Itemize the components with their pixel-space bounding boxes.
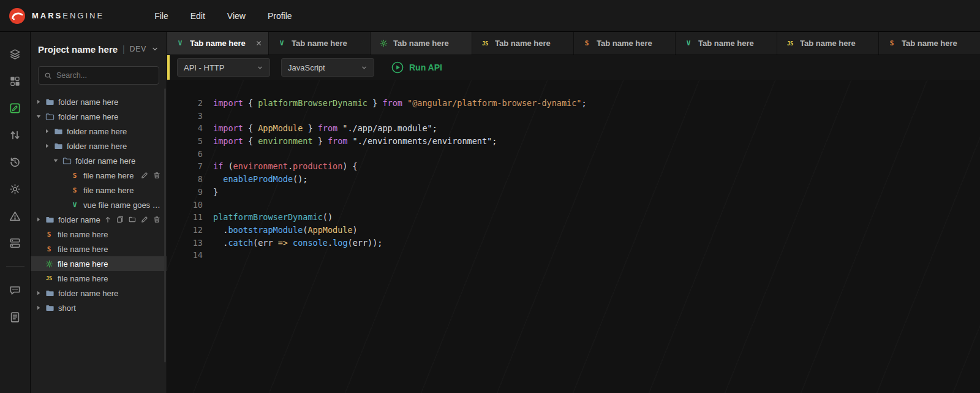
tab-5[interactable]: STab name here <box>574 32 676 55</box>
upload-icon[interactable] <box>104 216 111 223</box>
caret-right-icon[interactable] <box>36 99 42 104</box>
code-token: environment <box>233 161 288 171</box>
environment-badge: DEV <box>130 45 147 53</box>
js-tab-icon: JS <box>480 40 490 47</box>
menu-edit[interactable]: Edit <box>190 11 205 21</box>
history-icon[interactable] <box>0 148 31 175</box>
caret-down-icon[interactable] <box>53 158 59 163</box>
tree-folder-row[interactable]: folder name here <box>31 139 167 153</box>
tree-folder-row[interactable]: short <box>31 300 167 315</box>
line-number: 11 <box>167 211 203 224</box>
code-text <box>203 199 213 212</box>
menu-profile[interactable]: Profile <box>268 11 292 21</box>
code-line: 9} <box>167 186 980 199</box>
tab-6[interactable]: VTab name here <box>676 32 777 55</box>
tab-label: Tab name here <box>393 39 466 48</box>
code-editor-icon[interactable] <box>0 94 31 121</box>
caret-right-icon[interactable] <box>36 291 42 296</box>
menu-file[interactable]: File <box>154 11 168 21</box>
search-input[interactable] <box>56 71 153 80</box>
folder-icon <box>45 215 55 224</box>
tab-7[interactable]: JSTab name here <box>777 32 879 55</box>
new-folder-icon[interactable] <box>129 216 136 223</box>
caret-right-icon[interactable] <box>36 305 42 310</box>
tab-label: Tab name here <box>902 39 974 48</box>
code-token: . <box>213 238 228 248</box>
tree-folder-row[interactable]: folder name here <box>31 124 167 139</box>
code-token: { <box>243 123 258 133</box>
tab-8[interactable]: STab name here <box>879 32 980 55</box>
tab-3[interactable]: Tab name here <box>371 32 472 55</box>
tree-file-row[interactable]: JSfile name here <box>31 271 167 286</box>
delete-icon[interactable] <box>153 172 160 179</box>
brand-name: MARSENGINE <box>32 11 104 20</box>
file-tree: folder name herefolder name herefolder n… <box>31 91 167 315</box>
tree-file-row[interactable]: Sfile name here <box>31 183 167 197</box>
tree-folder-row[interactable]: folder name here <box>31 94 167 109</box>
language-select[interactable]: JavaScript <box>281 58 374 77</box>
code-token: { <box>243 98 258 108</box>
search-box[interactable] <box>38 66 159 85</box>
caret-down-icon[interactable] <box>36 114 42 119</box>
folder-open-icon <box>45 112 55 121</box>
icon-rail <box>0 32 31 393</box>
code-token: from <box>328 136 348 146</box>
line-number: 14 <box>167 249 203 262</box>
tree-folder-row[interactable]: folder name here <box>31 286 167 300</box>
caret-right-icon[interactable] <box>36 217 42 222</box>
file-name: file name here <box>58 274 108 283</box>
play-icon <box>391 61 404 74</box>
file-name: file name here <box>58 230 108 239</box>
tree-file-row[interactable]: file name here <box>31 256 167 271</box>
tree-folder-row[interactable]: folder name here <box>31 153 167 168</box>
tree-file-row[interactable]: Sfile name here <box>31 168 167 183</box>
copy-icon[interactable] <box>116 216 124 223</box>
code-editor[interactable]: 2import { platformBrowserDynamic } from … <box>167 80 980 393</box>
file-name: file name here <box>83 171 134 180</box>
code-token: (err <box>253 238 278 248</box>
code-token: "./environments/environment"; <box>347 136 497 146</box>
menu-view[interactable]: View <box>227 11 246 21</box>
code-token: production <box>293 161 342 171</box>
tab-bar: VTab name hereVTab name hereTab name her… <box>167 32 980 55</box>
settings-icon[interactable] <box>0 175 31 202</box>
delete-icon[interactable] <box>153 216 160 223</box>
chevron-down-icon[interactable] <box>151 45 159 53</box>
line-number: 6 <box>167 148 203 161</box>
tab-label: Tab name here <box>597 39 669 48</box>
code-token: from <box>382 98 402 108</box>
caret-right-icon[interactable] <box>44 143 50 148</box>
alerts-icon[interactable] <box>0 202 31 229</box>
tree-file-row[interactable]: Sfile name here <box>31 227 167 242</box>
vue-file-icon: V <box>70 201 80 209</box>
code-line: 4import { AppModule } from "./app/app.mo… <box>167 122 980 135</box>
layers-icon[interactable] <box>0 40 31 67</box>
chat-icon[interactable] <box>0 277 31 303</box>
caret-right-icon[interactable] <box>44 129 50 134</box>
docs-icon[interactable] <box>0 303 31 330</box>
tab-1[interactable]: VTab name here <box>167 32 269 55</box>
folder-open-icon <box>62 156 72 166</box>
chevron-down-icon <box>257 64 263 71</box>
database-icon[interactable] <box>0 229 31 256</box>
tab-4[interactable]: JSTab name here <box>472 32 574 55</box>
code-line: 3 <box>167 110 980 123</box>
api-type-select[interactable]: API - HTTP <box>177 58 270 77</box>
code-text: import { environment } from "./environme… <box>203 135 497 148</box>
tree-file-row[interactable]: Vvue file name goes here <box>31 197 167 212</box>
tab-2[interactable]: VTab name here <box>269 32 371 55</box>
edit-icon[interactable] <box>141 216 148 223</box>
tree-file-row[interactable]: Sfile name here <box>31 242 167 256</box>
code-line: 7if (environment.production) { <box>167 160 980 173</box>
tab-close-icon[interactable] <box>255 40 262 47</box>
code-token: "@angular/platform-browser-dynamic" <box>407 98 581 108</box>
run-api-button[interactable]: Run API <box>391 61 442 74</box>
edit-icon[interactable] <box>141 172 148 179</box>
tree-folder-row[interactable]: folder name <box>31 212 167 227</box>
sidebar-scrollbar[interactable] <box>164 88 166 362</box>
code-token <box>213 174 223 184</box>
dashboard-icon[interactable] <box>0 67 31 94</box>
folder-name: folder name here <box>58 112 118 121</box>
swap-icon[interactable] <box>0 121 31 148</box>
tree-folder-row[interactable]: folder name here <box>31 109 167 124</box>
